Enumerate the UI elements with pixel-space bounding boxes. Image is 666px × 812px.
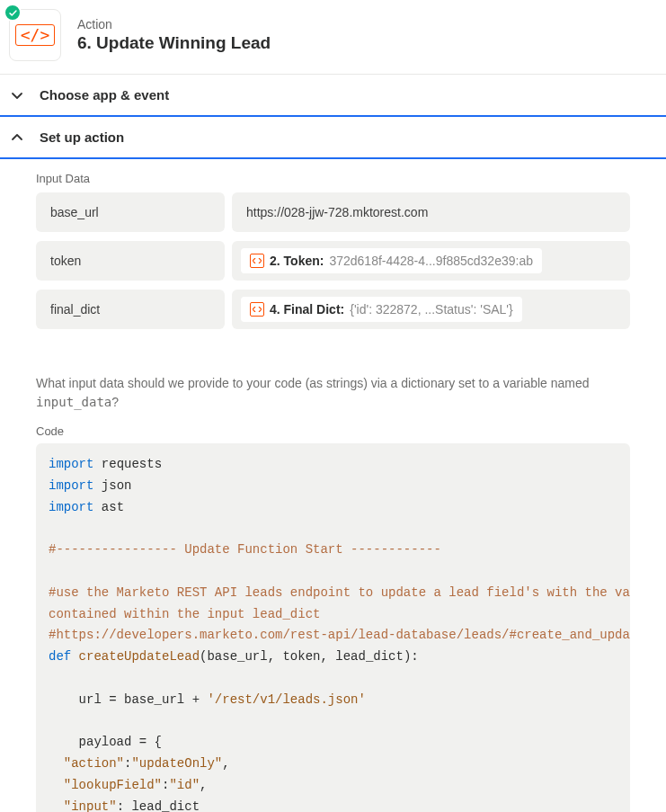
mapped-field-pill[interactable]: 4. Final Dict: {'id': 322872, ...Status'… (241, 297, 522, 322)
help-var: input_data (36, 395, 111, 409)
code-field-label: Code (36, 424, 630, 438)
step-header: </> Action 6. Update Winning Lead (0, 0, 666, 74)
section-choose-label: Choose app & event (40, 87, 169, 103)
code-step-icon (250, 302, 264, 317)
code-editor[interactable]: import requests import json import ast #… (36, 443, 630, 812)
pill-label: 2. Token: (270, 254, 324, 268)
step-titles: Action 6. Update Winning Lead (77, 17, 271, 53)
section-setup-label: Set up action (40, 129, 124, 145)
input-row-token: token 2. Token: 372d618f-4428-4...9f885c… (36, 241, 630, 281)
input-row-final-dict: final_dict 4. Final Dict: {'id': 322872,… (36, 290, 630, 329)
input-value-token[interactable]: 2. Token: 372d618f-4428-4...9f885cd32e39… (232, 241, 630, 281)
section-set-up-action[interactable]: Set up action (0, 117, 666, 157)
step-overline: Action (77, 17, 271, 31)
sections: Choose app & event Set up action Input D… (0, 74, 666, 812)
setup-body: Input Data base_url https://028-jjw-728.… (0, 159, 666, 812)
code-step-icon (250, 254, 264, 268)
code-glyph-icon: </> (15, 24, 56, 46)
chevron-up-icon (9, 130, 25, 145)
status-success-badge (4, 4, 22, 22)
input-key[interactable]: base_url (36, 192, 225, 232)
app-icon-wrap: </> (9, 9, 61, 61)
input-key[interactable]: token (36, 241, 225, 281)
section-choose-app-event[interactable]: Choose app & event (0, 75, 666, 115)
pill-value: {'id': 322872, ...Status': 'SAL'} (350, 302, 513, 317)
input-key[interactable]: final_dict (36, 290, 225, 329)
mapped-field-pill[interactable]: 2. Token: 372d618f-4428-4...9f885cd32e39… (241, 248, 542, 273)
step-title: 6. Update Winning Lead (77, 33, 271, 53)
input-data-heading: Input Data (36, 172, 630, 185)
chevron-down-icon (9, 88, 25, 103)
input-value-base-url[interactable]: https://028-jjw-728.mktorest.com (232, 192, 630, 232)
input-help-text: What input data should we provide to you… (36, 374, 630, 412)
input-value-final-dict[interactable]: 4. Final Dict: {'id': 322872, ...Status'… (232, 290, 630, 329)
input-row-base-url: base_url https://028-jjw-728.mktorest.co… (36, 192, 630, 232)
pill-label: 4. Final Dict: (270, 302, 344, 317)
check-icon (8, 8, 18, 18)
pill-value: 372d618f-4428-4...9f885cd32e39:ab (329, 254, 533, 268)
